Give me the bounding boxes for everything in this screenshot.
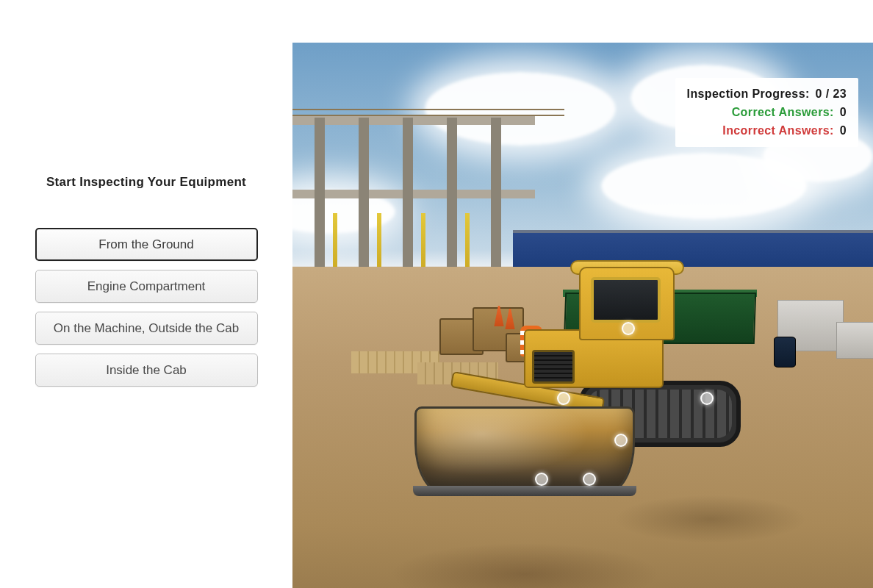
simulator-viewport[interactable]: Inspection Progress: 0 / 23 Correct Answ…	[292, 43, 873, 588]
dozer-blade	[414, 406, 635, 495]
inspection-menu-panel: Start Inspecting Your Equipment From the…	[0, 0, 292, 588]
option-from-ground[interactable]: From the Ground	[35, 228, 258, 261]
inspection-point[interactable]	[583, 473, 596, 486]
dozer-cab-window	[591, 277, 661, 323]
option-engine-compartment[interactable]: Engine Compartment	[35, 270, 258, 303]
correct-label: Correct Answers:	[732, 106, 834, 118]
dozer-blade-edge	[413, 486, 636, 496]
dozer-grille	[532, 350, 575, 384]
panel-title: Start Inspecting Your Equipment	[46, 175, 246, 190]
correct-value: 0	[840, 106, 847, 118]
stats-panel: Inspection Progress: 0 / 23 Correct Answ…	[675, 78, 858, 147]
inspection-point[interactable]	[614, 434, 628, 447]
bulldozer-equipment[interactable]	[425, 263, 733, 491]
inspection-point[interactable]	[535, 473, 548, 486]
option-inside-cab[interactable]: Inside the Cab	[35, 354, 258, 387]
inspection-point[interactable]	[557, 392, 570, 405]
oil-barrel	[774, 337, 796, 368]
progress-value: 0 / 23	[816, 87, 847, 100]
progress-label: Inspection Progress:	[687, 87, 810, 100]
inspection-point[interactable]	[622, 322, 635, 335]
option-on-machine-outside-cab[interactable]: On the Machine, Outside the Cab	[35, 312, 258, 345]
inspection-point[interactable]	[700, 392, 714, 405]
incorrect-value: 0	[840, 124, 847, 137]
concrete-block	[836, 322, 873, 359]
construction-building	[292, 87, 535, 293]
incorrect-label: Incorrect Answers:	[722, 124, 834, 137]
